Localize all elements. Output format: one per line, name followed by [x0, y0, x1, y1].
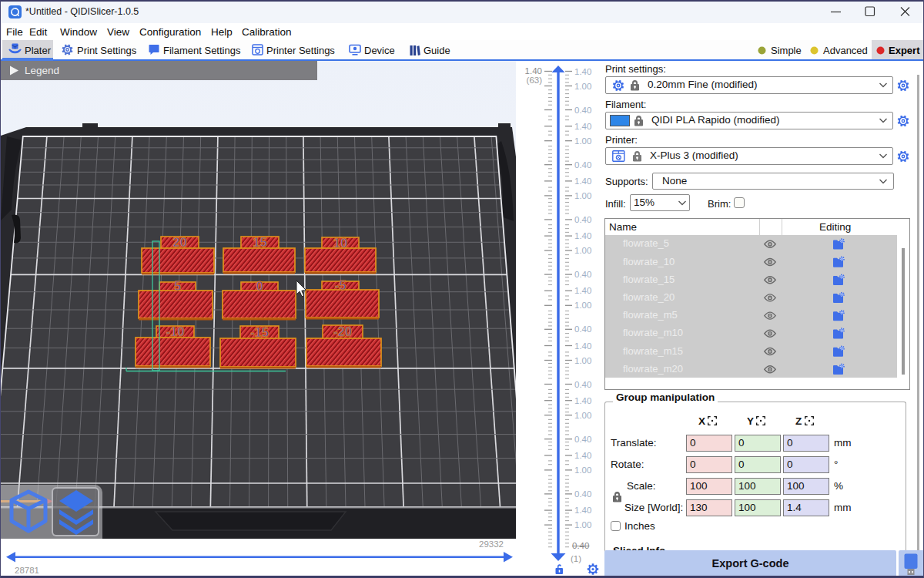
svg-text:1.40: 1.40 [574, 67, 591, 76]
svg-text:1.00: 1.00 [574, 411, 591, 420]
svg-text:1.00: 1.00 [574, 356, 591, 365]
svg-text:1.40: 1.40 [574, 286, 591, 295]
svg-text:(1): (1) [571, 554, 581, 563]
svg-text:5: 5 [174, 279, 181, 293]
svg-text:-10: -10 [166, 324, 185, 338]
svg-text:1.40: 1.40 [574, 451, 591, 460]
svg-text:28781: 28781 [15, 566, 39, 575]
svg-text:1.00: 1.00 [574, 301, 591, 310]
svg-text:1.00: 1.00 [574, 191, 591, 200]
svg-text:1.00: 1.00 [574, 465, 591, 475]
svg-text:0.40: 0.40 [574, 489, 591, 499]
svg-text:29332: 29332 [479, 539, 504, 549]
svg-text:(63): (63) [527, 76, 543, 85]
svg-text:-20: -20 [333, 324, 352, 338]
svg-text:-5: -5 [335, 278, 346, 292]
svg-text:20: 20 [172, 235, 186, 249]
svg-text:1.00: 1.00 [574, 246, 591, 255]
svg-text:1.40: 1.40 [525, 66, 542, 76]
svg-text:1.40: 1.40 [574, 176, 591, 186]
svg-text:1.40: 1.40 [574, 506, 591, 515]
svg-text:1.40: 1.40 [574, 341, 591, 351]
svg-text:1.40: 1.40 [574, 122, 591, 131]
svg-text:0.40: 0.40 [574, 324, 591, 334]
svg-text:-15: -15 [250, 325, 269, 339]
svg-text:10: 10 [333, 236, 347, 250]
svg-text:1.00: 1.00 [574, 136, 591, 146]
svg-text:1.00: 1.00 [574, 520, 591, 529]
svg-text:1.40: 1.40 [574, 231, 591, 240]
svg-text:0.40: 0.40 [574, 380, 591, 389]
svg-text:0.40: 0.40 [574, 270, 591, 279]
svg-text:1.40: 1.40 [574, 396, 591, 405]
svg-text:0.40: 0.40 [574, 160, 591, 170]
svg-text:0.40: 0.40 [574, 215, 591, 224]
svg-text:0.40: 0.40 [574, 435, 591, 444]
svg-text:0.40: 0.40 [574, 106, 591, 115]
svg-text:0: 0 [256, 279, 263, 293]
svg-text:1.00: 1.00 [574, 82, 591, 91]
svg-text:15: 15 [253, 235, 266, 249]
